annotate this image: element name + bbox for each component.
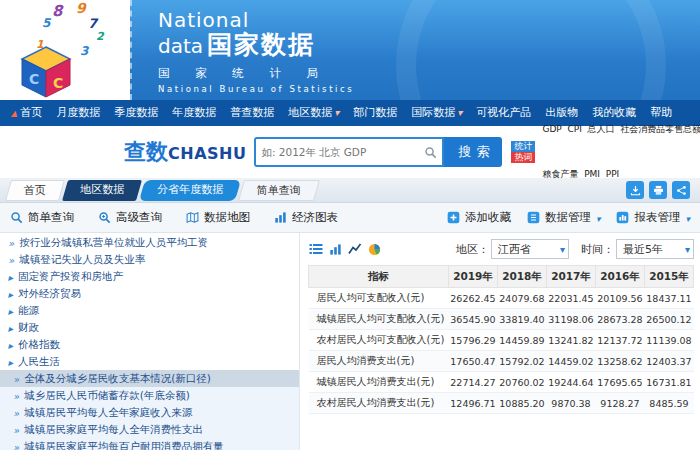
chevron-down-icon (332, 106, 339, 119)
value-cell[interactable]: 16731.81 (645, 372, 694, 393)
economic-chart-button[interactable]: 经济图表 (274, 210, 338, 225)
report-manage-button[interactable]: 报表管理 (616, 210, 690, 225)
sidebar-sub-item-label: 城乡居民人民币储蓄存款(年底余额) (24, 389, 190, 403)
value-cell[interactable]: 26262.45 (449, 288, 498, 309)
sidebar-item-1[interactable]: 按行业分城镇私营单位就业人员平均工资 (0, 234, 299, 251)
bar-chart-button[interactable] (328, 242, 343, 257)
sidebar-sub-item-4[interactable]: 城镇居民家庭平均每人全年消费性支出 (0, 421, 299, 438)
nav-item-8[interactable]: 国际数据 (404, 100, 469, 126)
value-cell[interactable]: 12403.37 (645, 351, 694, 372)
hot-words-line1[interactable]: GDP CPI 总人口 社会消费品零售总额 (542, 122, 700, 137)
value-cell[interactable]: 24079.68 (498, 288, 547, 309)
value-cell[interactable]: 33819.40 (498, 309, 547, 330)
value-cell-selected[interactable]: 36545.90 (449, 309, 498, 330)
logo-number: 9 (76, 0, 86, 16)
nav-item-2[interactable]: 月度数据 (49, 100, 107, 126)
nav-item-label: 普查数据 (230, 106, 274, 119)
value-cell[interactable]: 28673.28 (596, 309, 645, 330)
download-button[interactable] (626, 181, 644, 199)
sidebar-item-label: 固定资产投资和房地产 (18, 270, 123, 284)
value-cell[interactable]: 14459.89 (498, 330, 547, 351)
nav-item-3[interactable]: 季度数据 (107, 100, 165, 126)
nav-item-9[interactable]: 可视化产品 (469, 100, 538, 126)
sidebar-item-5[interactable]: 能源 (0, 302, 299, 319)
nav-item-1[interactable]: 首页 (4, 100, 49, 126)
value-cell[interactable]: 14459.02 (547, 351, 596, 372)
value-cell[interactable]: 18437.11 (645, 288, 694, 309)
value-cell[interactable]: 12137.72 (596, 330, 645, 351)
tab-4[interactable]: 简单查询 (238, 180, 320, 201)
value-cell[interactable]: 12496.71 (449, 393, 498, 414)
table-view-button[interactable] (308, 242, 324, 256)
region-value: 江西省 (498, 242, 531, 257)
chevron-down-icon (685, 243, 690, 256)
tab-2[interactable]: 地区数据 (62, 180, 142, 201)
nav-item-7[interactable]: 部门数据 (346, 100, 404, 126)
tab-actions (626, 181, 690, 199)
sidebar-item-7[interactable]: 价格指数 (0, 336, 299, 353)
share-button[interactable] (672, 181, 690, 199)
nav-item-6[interactable]: 地区数据 (281, 100, 346, 126)
sidebar-sub-item-3[interactable]: 城镇居民平均每人全年家庭收入来源 (0, 404, 299, 421)
filter-selects: 地区： 江西省 时间： 最近5年 (456, 239, 694, 259)
sidebar-sub-item-1[interactable]: 全体及分城乡居民收支基本情况(新口径) (0, 370, 299, 387)
value-cell[interactable]: 13258.62 (596, 351, 645, 372)
value-cell[interactable]: 9870.38 (547, 393, 596, 414)
pie-chart-icon (368, 243, 381, 256)
line-chart-button[interactable] (347, 242, 363, 256)
value-cell[interactable]: 20109.56 (596, 288, 645, 309)
print-button[interactable] (649, 181, 667, 199)
search-button[interactable]: 搜索 (444, 137, 502, 167)
nav-item-label: 地区数据 (288, 106, 332, 119)
tab-3-active[interactable]: 分省年度数据 (139, 180, 241, 201)
hot-badge-bottom: 热词 (511, 152, 535, 163)
value-cell[interactable]: 17695.65 (596, 372, 645, 393)
sidebar-sub-item-label: 城镇居民平均每人全年家庭收入来源 (24, 406, 192, 420)
nav-item-4[interactable]: 年度数据 (165, 100, 223, 126)
value-cell[interactable]: 19244.64 (547, 372, 596, 393)
report-manage-icon (616, 211, 629, 224)
value-cell[interactable]: 13241.82 (547, 330, 596, 351)
simple-query-button[interactable]: 简单查询 (10, 210, 74, 225)
sidebar-item-label: 对外经济贸易 (18, 287, 81, 301)
data-map-button[interactable]: 数据地图 (186, 210, 250, 225)
value-cell[interactable]: 22031.45 (547, 288, 596, 309)
pie-chart-button[interactable] (367, 242, 382, 257)
sidebar-item-2[interactable]: 城镇登记失业人员及失业率 (0, 251, 299, 268)
value-cell[interactable]: 22714.27 (449, 372, 498, 393)
search-input[interactable] (261, 146, 424, 158)
sidebar-item-3[interactable]: 固定资产投资和房地产 (0, 268, 299, 285)
time-select[interactable]: 最近5年 (616, 239, 694, 259)
advanced-query-button[interactable]: 高级查询 (98, 210, 162, 225)
map-icon (186, 211, 199, 224)
value-cell[interactable]: 15796.29 (449, 330, 498, 351)
value-cell[interactable]: 20760.02 (498, 372, 547, 393)
data-manage-button[interactable]: 数据管理 (527, 210, 601, 225)
brand-area: National data国家数据 国 家 统 计 局 National Bur… (130, 0, 700, 100)
sidebar-sub-item-5[interactable]: 城镇居民家庭平均每百户耐用消费品拥有量 (0, 438, 299, 450)
value-cell[interactable]: 10885.20 (498, 393, 547, 414)
nav-item-5[interactable]: 普查数据 (223, 100, 281, 126)
logo-number: 5 (42, 16, 50, 30)
sidebar-item-6[interactable]: 财政 (0, 319, 299, 336)
sidebar-item-label: 能源 (18, 304, 39, 318)
add-favorite-button[interactable]: 添加收藏 (447, 210, 511, 225)
value-cell[interactable]: 31198.06 (547, 309, 596, 330)
hot-words-line2[interactable]: 粮食产量 PMI PPI (542, 167, 700, 182)
value-cell[interactable]: 15792.02 (498, 351, 547, 372)
value-cell[interactable]: 17650.47 (449, 351, 498, 372)
value-cell[interactable]: 9128.27 (596, 393, 645, 414)
tab-1[interactable]: 首页 (5, 180, 65, 201)
sidebar-item-4[interactable]: 对外经济贸易 (0, 285, 299, 302)
search-icon[interactable] (424, 146, 437, 159)
value-cell[interactable]: 26500.12 (645, 309, 694, 330)
tab-label: 简单查询 (257, 181, 301, 201)
hot-words-badge: 统计 热词 (511, 141, 535, 163)
indicator-sidebar: 按行业分城镇私营单位就业人员平均工资城镇登记失业人员及失业率固定资产投资和房地产… (0, 233, 300, 450)
value-cell[interactable]: 11139.08 (645, 330, 694, 351)
sidebar-sub-item-2[interactable]: 城乡居民人民币储蓄存款(年底余额) (0, 387, 299, 404)
value-cell[interactable]: 8485.59 (645, 393, 694, 414)
sidebar-item-8[interactable]: 人民生活 (0, 353, 299, 370)
region-select[interactable]: 江西省 (491, 239, 569, 259)
chashu-logo-cn: 查数 (124, 139, 168, 164)
